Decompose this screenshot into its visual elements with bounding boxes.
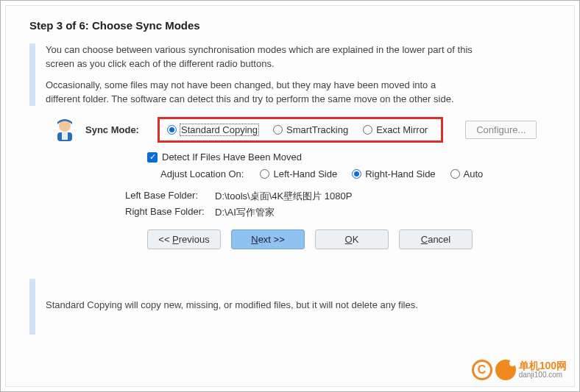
mode-description-text: Standard Copying will copy new, missing,… — [46, 279, 418, 335]
radio-exact-mirror[interactable]: Exact Mirror — [363, 124, 428, 135]
svg-rect-2 — [62, 132, 68, 140]
next-button[interactable]: Next >> — [231, 229, 305, 249]
base-folders-block: Left Base Folder: D:\tools\桌面\4K壁纸图片 108… — [125, 190, 551, 219]
left-base-folder-row: Left Base Folder: D:\tools\桌面\4K壁纸图片 108… — [125, 190, 551, 203]
radio-auto[interactable]: Auto — [450, 168, 484, 179]
intro-block: You can choose between various synchroni… — [29, 43, 551, 106]
mode-description-block: Standard Copying will copy new, missing,… — [29, 279, 551, 335]
right-base-folder-row: Right Base Folder: D:\AI写作管家 — [125, 206, 551, 219]
radio-standard-copying[interactable]: Standard Copying — [167, 124, 258, 135]
page-title: Step 3 of 6: Choose Sync Modes — [29, 19, 551, 32]
detect-moved-row: Detect If Files Have Been Moved — [147, 152, 551, 163]
previous-button[interactable]: << Previous — [147, 229, 221, 249]
watermark-icon-c: C — [472, 360, 492, 380]
radio-left-hand-side[interactable]: Left-Hand Side — [260, 168, 337, 179]
sync-mode-highlight-box: Standard Copying SmartTracking Exact Mir… — [158, 117, 443, 143]
worker-icon — [52, 116, 78, 143]
sync-mode-label: Sync Mode: — [85, 124, 150, 135]
left-base-folder-label: Left Base Folder: — [125, 190, 213, 203]
watermark-icon-dot — [495, 360, 516, 380]
detect-moved-label: Detect If Files Have Been Moved — [162, 152, 302, 163]
radio-right-hand-side[interactable]: Right-Hand Side — [352, 168, 435, 179]
wizard-window: Step 3 of 6: Choose Sync Modes You can c… — [0, 0, 580, 392]
intro-paragraph-2: Occasionally, some files may not have be… — [46, 79, 473, 107]
configure-button[interactable]: Configure... — [465, 121, 537, 139]
intro-text: You can choose between various synchroni… — [46, 43, 473, 106]
ok-button[interactable]: OK — [315, 229, 389, 249]
cancel-button[interactable]: Cancel — [399, 229, 473, 249]
left-base-folder-value: D:\tools\桌面\4K壁纸图片 1080P — [215, 190, 352, 203]
watermark-logo: C 单机100网 danji100.com — [472, 360, 567, 380]
wizard-panel: Step 3 of 6: Choose Sync Modes You can c… — [5, 5, 575, 387]
accent-bar — [29, 279, 35, 335]
watermark-text: 单机100网 danji100.com — [519, 360, 567, 379]
right-base-folder-label: Right Base Folder: — [125, 206, 213, 219]
sync-mode-form: Sync Mode: Standard Copying SmartTrackin… — [52, 116, 551, 249]
adjust-location-row: Adjust Location On: Left-Hand Side Right… — [160, 168, 551, 179]
radio-smart-tracking[interactable]: SmartTracking — [273, 124, 348, 135]
accent-bar — [29, 43, 35, 106]
adjust-location-label: Adjust Location On: — [160, 168, 244, 179]
sync-mode-row: Sync Mode: Standard Copying SmartTrackin… — [52, 116, 551, 143]
intro-paragraph-1: You can choose between various synchroni… — [46, 43, 473, 71]
detect-moved-checkbox[interactable] — [147, 152, 158, 163]
wizard-buttons-row: << Previous Next >> OK Cancel — [147, 229, 551, 249]
right-base-folder-value: D:\AI写作管家 — [215, 206, 275, 219]
